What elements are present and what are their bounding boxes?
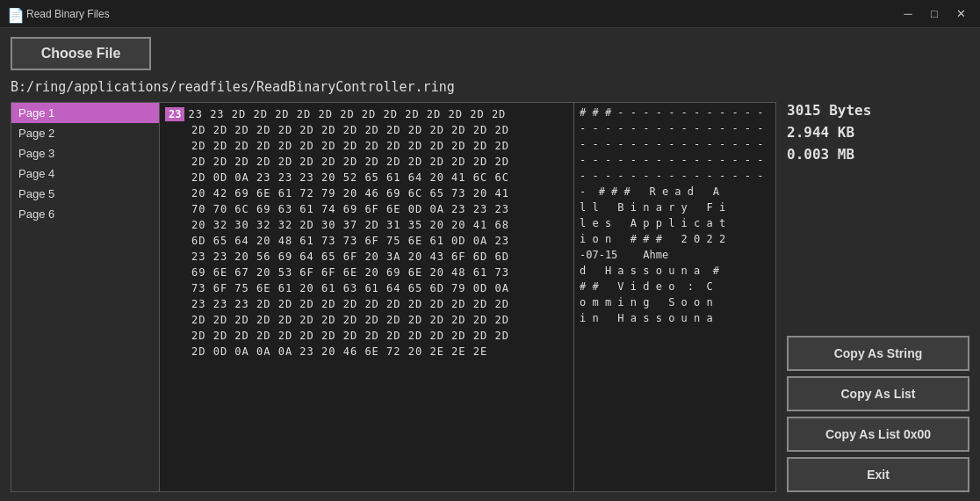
hex-bytes: 69 6E 67 20 53 6F 6F 6E 20 69 6E 20 48 6…: [191, 266, 509, 279]
right-panel: 3015 Bytes 2.944 KB 0.003 MB Copy As Str…: [776, 102, 969, 492]
ascii-row: -07-15 Ahme: [580, 249, 770, 265]
ascii-view[interactable]: # # # - - - - - - - - - - - -- - - - - -…: [574, 102, 776, 492]
hex-row: 2D 2D 2D 2D 2D 2D 2D 2D 2D 2D 2D 2D 2D 2…: [162, 312, 572, 328]
hex-bytes: 20 32 30 32 32 2D 30 37 2D 31 35 20 20 4…: [191, 219, 509, 231]
hex-bytes: 2D 2D 2D 2D 2D 2D 2D 2D 2D 2D 2D 2D 2D 2…: [191, 314, 509, 326]
hex-row: 20 42 69 6E 61 72 79 20 46 69 6C 65 73 2…: [162, 185, 572, 201]
title-bar: 📄 Read Binary Files ─ □ ✕: [0, 0, 980, 28]
ascii-row: d H a s s o u n a #: [580, 265, 770, 280]
hex-row: 2D 0D 0A 23 23 23 20 52 65 61 64 20 41 6…: [162, 170, 572, 185]
copy-as-list-hex-button[interactable]: Copy As List 0x00: [787, 417, 969, 452]
hex-bytes: 2D 2D 2D 2D 2D 2D 2D 2D 2D 2D 2D 2D 2D 2…: [191, 140, 509, 152]
hex-view[interactable]: 2323 23 2D 2D 2D 2D 2D 2D 2D 2D 2D 2D 2D…: [160, 102, 574, 492]
window-controls: ─ □ ✕: [896, 4, 973, 24]
hex-bytes: 23 23 20 56 69 64 65 6F 20 3A 20 43 6F 6…: [191, 250, 509, 263]
ascii-row: - - - - - - - - - - - - - - -: [580, 122, 770, 138]
ascii-row: - - - - - - - - - - - - - - -: [580, 170, 770, 185]
hex-bytes: 2D 2D 2D 2D 2D 2D 2D 2D 2D 2D 2D 2D 2D 2…: [191, 124, 509, 136]
main-window: Choose File B:/ring/applications/readfil…: [0, 28, 980, 501]
page-item[interactable]: Page 4: [11, 163, 159, 184]
hex-row: 20 32 30 32 32 2D 30 37 2D 31 35 20 20 4…: [162, 217, 572, 233]
pages-list: Page 1Page 2Page 3Page 4Page 5Page 6: [11, 102, 160, 492]
minimize-button[interactable]: ─: [896, 4, 920, 24]
mb-info: 0.003 MB: [787, 146, 969, 163]
ascii-row: l e s A p p l i c a t: [580, 217, 770, 233]
page-item[interactable]: Page 1: [11, 103, 159, 123]
top-bar: Choose File: [11, 37, 969, 70]
hex-first-byte: 23: [165, 107, 184, 121]
hex-row: 6D 65 64 20 48 61 73 73 6F 75 6E 61 0D 0…: [162, 233, 572, 249]
hex-row: 69 6E 67 20 53 6F 6F 6E 20 69 6E 20 48 6…: [162, 265, 572, 280]
ascii-row: l l B i n a r y F i: [580, 201, 770, 217]
copy-as-string-button[interactable]: Copy As String: [787, 336, 969, 371]
page-item[interactable]: Page 3: [11, 143, 159, 163]
hex-row: 2D 2D 2D 2D 2D 2D 2D 2D 2D 2D 2D 2D 2D 2…: [162, 154, 572, 170]
hex-bytes: 73 6F 75 6E 61 20 61 63 61 64 65 6D 79 0…: [191, 282, 509, 294]
hex-bytes: 2D 0D 0A 0A 0A 23 20 46 6E 72 20 2E 2E 2…: [191, 345, 487, 358]
window-title: Read Binary Files: [26, 8, 896, 20]
ascii-row: i o n # # # 2 0 2 2: [580, 233, 770, 249]
hex-bytes: 2D 2D 2D 2D 2D 2D 2D 2D 2D 2D 2D 2D 2D 2…: [191, 156, 509, 168]
hex-row: 23 23 23 2D 2D 2D 2D 2D 2D 2D 2D 2D 2D 2…: [162, 296, 572, 312]
ascii-row: - - - - - - - - - - - - - - -: [580, 154, 770, 170]
ascii-row: o m m i n g S o o n: [580, 296, 770, 312]
exit-button[interactable]: Exit: [787, 457, 969, 492]
hex-row: 2D 2D 2D 2D 2D 2D 2D 2D 2D 2D 2D 2D 2D 2…: [162, 122, 572, 138]
hex-row: 2323 23 2D 2D 2D 2D 2D 2D 2D 2D 2D 2D 2D…: [162, 106, 572, 122]
hex-bytes: 70 70 6C 69 63 61 74 69 6F 6E 0D 0A 23 2…: [191, 203, 509, 215]
hex-bytes: 23 23 2D 2D 2D 2D 2D 2D 2D 2D 2D 2D 2D 2…: [188, 108, 506, 120]
page-item[interactable]: Page 2: [11, 123, 159, 143]
hex-row: 70 70 6C 69 63 61 74 69 6F 6E 0D 0A 23 2…: [162, 201, 572, 217]
page-item[interactable]: Page 6: [11, 204, 159, 224]
hex-bytes: 20 42 69 6E 61 72 79 20 46 69 6C 65 73 2…: [191, 187, 509, 200]
file-path: B:/ring/applications/readfiles/ReadBinar…: [11, 79, 969, 95]
hex-row: 2D 0D 0A 0A 0A 23 20 46 6E 72 20 2E 2E 2…: [162, 344, 572, 359]
hex-bytes: 2D 2D 2D 2D 2D 2D 2D 2D 2D 2D 2D 2D 2D 2…: [191, 330, 509, 342]
app-icon: 📄: [7, 7, 21, 21]
ascii-row: i n H a s s o u n a: [580, 312, 770, 328]
hex-row: 2D 2D 2D 2D 2D 2D 2D 2D 2D 2D 2D 2D 2D 2…: [162, 328, 572, 344]
hex-bytes: 6D 65 64 20 48 61 73 73 6F 75 6E 61 0D 0…: [191, 235, 509, 247]
hex-row: 23 23 20 56 69 64 65 6F 20 3A 20 43 6F 6…: [162, 249, 572, 265]
hex-row: 73 6F 75 6E 61 20 61 63 61 64 65 6D 79 0…: [162, 280, 572, 296]
page-item[interactable]: Page 5: [11, 184, 159, 204]
ascii-row: # # # - - - - - - - - - - - -: [580, 106, 770, 122]
hex-bytes: 23 23 23 2D 2D 2D 2D 2D 2D 2D 2D 2D 2D 2…: [191, 298, 509, 310]
maximize-button[interactable]: □: [922, 4, 947, 24]
copy-as-list-button[interactable]: Copy As List: [787, 376, 969, 411]
ascii-row: - - - - - - - - - - - - - - -: [580, 138, 770, 154]
ascii-row: # # V i d e o : C: [580, 280, 770, 296]
choose-file-button[interactable]: Choose File: [11, 37, 151, 70]
hex-row: 2D 2D 2D 2D 2D 2D 2D 2D 2D 2D 2D 2D 2D 2…: [162, 138, 572, 154]
bytes-info: 3015 Bytes: [787, 102, 969, 119]
ascii-row: - # # # R e a d A: [580, 185, 770, 201]
content-area: Page 1Page 2Page 3Page 4Page 5Page 6 232…: [11, 102, 969, 492]
kb-info: 2.944 KB: [787, 124, 969, 141]
close-button[interactable]: ✕: [948, 4, 973, 24]
hex-bytes: 2D 0D 0A 23 23 23 20 52 65 61 64 20 41 6…: [191, 171, 509, 184]
